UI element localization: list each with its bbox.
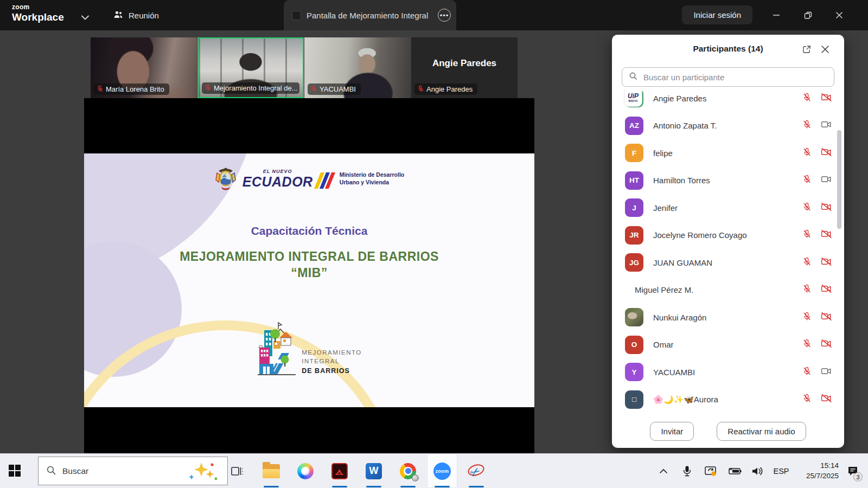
task-view-button[interactable] bbox=[222, 454, 252, 488]
muted-mic-icon bbox=[310, 85, 317, 94]
camera-off-icon bbox=[821, 339, 832, 350]
tab-more-options-icon[interactable]: ••• bbox=[438, 9, 451, 22]
zoom-workplace-logo: zoom Workplace bbox=[12, 4, 64, 22]
camera-off-icon bbox=[821, 257, 832, 268]
participant-status-icons bbox=[802, 367, 832, 378]
minimize-button[interactable] bbox=[770, 9, 782, 21]
participant-avatar-initials: F bbox=[625, 144, 643, 162]
tray-show-hidden-icons-chevron[interactable] bbox=[654, 454, 673, 488]
participant-name: Jocelyne Romero Coyago bbox=[653, 230, 802, 240]
windows-taskbar: Buscar W zoom bbox=[0, 453, 868, 488]
camera-on-icon bbox=[821, 175, 832, 186]
participant-row[interactable]: HTHamilton Torres bbox=[612, 167, 844, 195]
muted-mic-icon bbox=[97, 85, 104, 94]
mic-muted-icon bbox=[802, 312, 812, 323]
participant-row[interactable]: YYACUAMBI bbox=[612, 358, 844, 386]
tray-screen-share-icon[interactable] bbox=[700, 454, 722, 488]
brand-stripes bbox=[314, 172, 335, 189]
participants-scrollbar-thumb[interactable] bbox=[837, 130, 841, 229]
mib-logo-line3: DE BARRIOS bbox=[302, 366, 361, 376]
tab-shared-screen-label: Pantalla de Mejoramiento Integral bbox=[307, 11, 432, 20]
brand-ecuador: ECUADOR bbox=[242, 175, 313, 189]
zoom-app-icon[interactable]: zoom bbox=[427, 454, 457, 488]
taskbar-search-placeholder: Buscar bbox=[62, 466, 88, 476]
participant-search-input[interactable] bbox=[642, 72, 827, 82]
participant-row[interactable]: Ffelipe bbox=[612, 139, 844, 167]
participant-name: Antonio Zapata T. bbox=[653, 121, 802, 130]
participants-panel-footer: Invitar Reactivar mi audio bbox=[612, 414, 844, 448]
tray-language-indicator[interactable]: ESP bbox=[769, 454, 793, 488]
brand-el-nuevo: EL NUEVO bbox=[263, 169, 313, 174]
copilot-sparkles-icon bbox=[185, 460, 220, 482]
mib-buildings-illustration bbox=[257, 322, 297, 378]
participant-status-icons bbox=[802, 394, 832, 405]
participant-row[interactable]: AZAntonio Zapata T. bbox=[612, 112, 844, 140]
participant-search-box[interactable] bbox=[622, 67, 834, 87]
participant-row[interactable]: UiPMIDUVIMiguel Pérez M. bbox=[612, 277, 844, 304]
participant-status-icons bbox=[802, 175, 832, 186]
video-strip: María Lorena BritoMejoramiento Integral … bbox=[91, 37, 518, 98]
participant-name: Nunkui Aragón bbox=[653, 313, 802, 322]
chevron-down-icon[interactable] bbox=[81, 12, 89, 22]
tab-meeting[interactable]: Reunión bbox=[113, 0, 159, 30]
participant-status-icons bbox=[802, 120, 832, 131]
video-name-label: María Lorena Brito bbox=[94, 84, 169, 95]
participant-list: APAngie ParedesAZAntonio Zapata T.Ffelip… bbox=[612, 85, 844, 414]
government-header: EL NUEVO ECUADOR Ministerio de Desarroll… bbox=[84, 165, 534, 192]
snipping-tool-icon[interactable]: ✂ bbox=[461, 454, 492, 488]
participant-status-icons bbox=[802, 339, 832, 350]
video-tile-4[interactable]: Angie ParedesAngie Paredes bbox=[411, 37, 518, 98]
participant-video-name: Mejoramiento Integral de... bbox=[214, 84, 298, 92]
participant-video-name: YACUAMBI bbox=[320, 85, 356, 93]
participant-video-name: Angie Paredes bbox=[426, 85, 473, 93]
slide-title: MEJORAMIENTO INTEGRAL DE BARRIOS “MIB” bbox=[84, 249, 534, 281]
participant-row[interactable]: JGJUAN GUAMAN bbox=[612, 249, 844, 277]
invite-button[interactable]: Invitar bbox=[650, 422, 694, 441]
logo-workplace-text: Workplace bbox=[12, 12, 64, 22]
participant-status-icons bbox=[802, 312, 832, 323]
close-button[interactable] bbox=[833, 9, 845, 21]
participant-row[interactable]: □🌸🌙✨🦋Aurora bbox=[612, 386, 844, 414]
tray-microphone-icon[interactable] bbox=[677, 454, 697, 488]
copilot-app-icon[interactable] bbox=[290, 454, 321, 488]
mic-muted-icon bbox=[802, 147, 812, 159]
el-nuevo-ecuador-logo: EL NUEVO ECUADOR bbox=[242, 169, 332, 189]
participants-panel: Participantes (14) APAngie ParedesAZAnto… bbox=[612, 35, 844, 448]
tray-volume-icon[interactable] bbox=[746, 454, 768, 488]
file-explorer-icon[interactable] bbox=[256, 454, 286, 488]
tab-shared-screen[interactable]: Pantalla de Mejoramiento Integral ••• bbox=[284, 0, 456, 30]
notification-count-badge: 3 bbox=[853, 472, 863, 481]
video-tile-display-name: Angie Paredes bbox=[411, 58, 518, 69]
participant-status-icons bbox=[802, 229, 832, 241]
participant-row[interactable]: OOmar bbox=[612, 331, 844, 359]
taskbar-search-box[interactable]: Buscar bbox=[38, 457, 228, 485]
participant-name: 🌸🌙✨🦋Aurora bbox=[653, 395, 802, 404]
mic-muted-icon bbox=[802, 394, 812, 405]
close-panel-icon[interactable] bbox=[819, 43, 831, 55]
tray-time: 15:14 bbox=[793, 461, 839, 471]
mic-muted-icon bbox=[802, 120, 812, 131]
participant-row[interactable]: Nunkui Aragón bbox=[612, 304, 844, 331]
start-button[interactable] bbox=[9, 465, 21, 477]
chrome-app-icon[interactable] bbox=[393, 454, 423, 488]
participant-status-icons bbox=[802, 93, 832, 104]
people-icon bbox=[113, 9, 124, 22]
word-app-icon[interactable]: W bbox=[359, 454, 389, 488]
video-tile-1[interactable]: María Lorena Brito bbox=[91, 37, 197, 98]
acrobat-app-icon[interactable] bbox=[324, 454, 355, 488]
unmute-my-audio-button[interactable]: Reactivar mi audio bbox=[717, 422, 806, 441]
tray-notification-center-icon[interactable]: 3 bbox=[842, 454, 864, 488]
camera-off-icon bbox=[821, 147, 832, 159]
pop-out-panel-icon[interactable] bbox=[801, 43, 813, 55]
camera-off-icon bbox=[821, 394, 832, 405]
video-tile-2[interactable]: Mejoramiento Integral de... bbox=[197, 37, 304, 98]
participant-row[interactable]: JJenifer bbox=[612, 194, 844, 222]
restore-button[interactable] bbox=[802, 9, 814, 21]
tab-meeting-label: Reunión bbox=[129, 11, 159, 20]
participant-avatar-photo bbox=[625, 308, 643, 326]
video-tile-3[interactable]: YACUAMBI bbox=[304, 37, 411, 98]
sign-in-button[interactable]: Iniciar sesión bbox=[682, 5, 752, 24]
participant-row[interactable]: JRJocelyne Romero Coyago bbox=[612, 222, 844, 249]
tray-clock[interactable]: 15:14 25/7/2025 bbox=[793, 454, 839, 488]
tray-battery-icon[interactable] bbox=[724, 454, 745, 488]
